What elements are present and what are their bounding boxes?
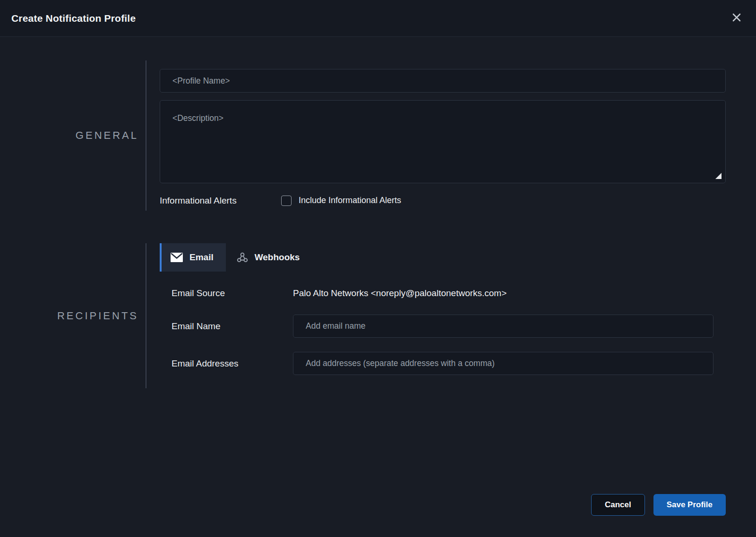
textarea-resize-handle-icon[interactable]: [715, 173, 722, 179]
dialog-title: Create Notification Profile: [11, 13, 136, 24]
email-source-label: Email Source: [172, 288, 293, 298]
general-section-label-cell: GENERAL: [0, 60, 146, 211]
tab-email-label: Email: [189, 252, 214, 263]
cancel-button[interactable]: Cancel: [591, 494, 645, 516]
email-addresses-input[interactable]: [293, 352, 713, 375]
dialog-header: Create Notification Profile: [0, 0, 756, 37]
recipients-tabs: Email Webhooks: [160, 243, 726, 272]
email-name-input[interactable]: [293, 315, 713, 338]
webhook-icon: [236, 251, 249, 264]
recipients-section-label: RECIPIENTS: [57, 310, 138, 322]
email-source-value: Palo Alto Networks <noreply@paloaltonetw…: [293, 288, 507, 298]
informational-alerts-label: Informational Alerts: [160, 196, 281, 206]
close-button[interactable]: [730, 11, 744, 26]
envelope-icon: [170, 252, 183, 263]
tab-email[interactable]: Email: [160, 243, 226, 272]
tab-webhooks[interactable]: Webhooks: [226, 243, 312, 272]
include-informational-alerts-checkbox[interactable]: [281, 196, 292, 206]
recipients-section-label-cell: RECIPIENTS: [0, 243, 146, 388]
save-profile-button[interactable]: Save Profile: [653, 494, 726, 516]
general-section-label: GENERAL: [76, 129, 138, 142]
include-informational-alerts-checkbox-label: Include Informational Alerts: [299, 196, 401, 205]
recipients-section: RECIPIENTS Email: [0, 243, 726, 388]
profile-name-input[interactable]: [160, 69, 726, 93]
email-name-label: Email Name: [172, 321, 293, 332]
dialog-footer: Cancel Save Profile: [591, 494, 726, 516]
description-textarea[interactable]: [160, 100, 726, 183]
close-icon: [731, 12, 742, 24]
general-section: GENERAL Informational Alerts Include Inf…: [0, 60, 726, 211]
tab-webhooks-label: Webhooks: [255, 252, 300, 263]
email-addresses-label: Email Addresses: [172, 358, 293, 369]
create-notification-profile-dialog: Create Notification Profile GENERAL Info…: [0, 0, 756, 537]
